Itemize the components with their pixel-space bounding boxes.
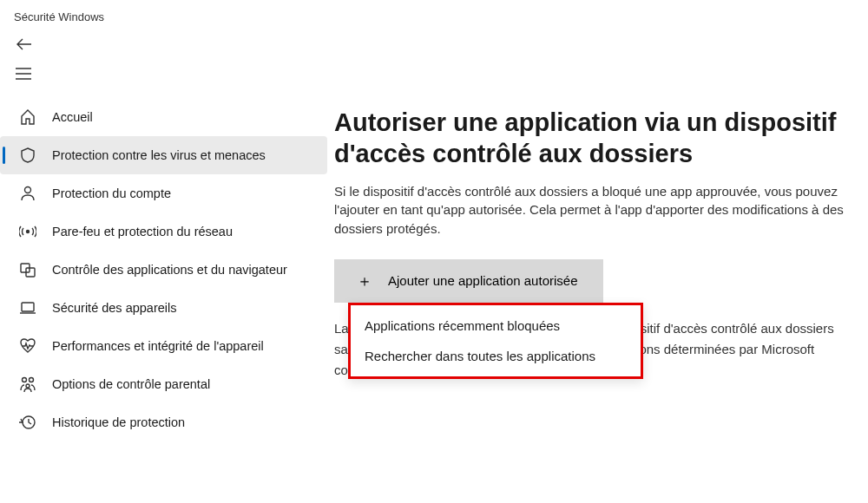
sidebar-item-firewall[interactable]: Pare-feu et protection du réseau: [0, 212, 327, 251]
sidebar-item-device-security[interactable]: Sécurité des appareils: [0, 289, 327, 327]
svg-point-6: [30, 378, 34, 382]
svg-rect-4: [22, 303, 34, 311]
laptop-icon: [19, 299, 36, 317]
heart-pulse-icon: [19, 337, 36, 355]
antenna-icon: [19, 223, 36, 240]
sidebar-item-protection-history[interactable]: Historique de protection: [0, 403, 327, 441]
page-description: Si le dispositif d'accès contrôlé aux do…: [334, 182, 844, 238]
sidebar-item-label: Accueil: [52, 109, 93, 126]
sidebar-item-family-options[interactable]: Options de contrôle parental: [0, 365, 327, 403]
back-button[interactable]: [0, 32, 35, 59]
sidebar-item-device-performance[interactable]: Performances et intégrité de l'appareil: [0, 327, 327, 365]
arrow-left-icon: [16, 37, 33, 51]
svg-point-5: [23, 378, 27, 382]
page-title: Autoriser une application via un disposi…: [334, 107, 844, 170]
sidebar-item-account-protection[interactable]: Protection du compte: [0, 174, 327, 212]
sidebar: Accueil Protection contre les virus et m…: [0, 91, 334, 503]
family-icon: [19, 376, 36, 393]
svg-point-0: [25, 187, 31, 193]
dropdown-recently-blocked[interactable]: Applications récemment bloquées: [351, 310, 641, 341]
sidebar-item-label: Pare-feu et protection du réseau: [52, 224, 233, 240]
sidebar-item-label: Options de contrôle parental: [52, 376, 210, 393]
sidebar-item-home[interactable]: Accueil: [0, 98, 327, 136]
app-control-icon: [19, 261, 36, 278]
add-app-dropdown: Applications récemment bloquées Recherch…: [348, 303, 643, 379]
hamburger-icon: [16, 68, 31, 80]
sidebar-item-label: Sécurité des appareils: [52, 300, 176, 317]
add-authorized-app-button[interactable]: ＋ Ajouter une application autorisée: [334, 259, 603, 303]
sidebar-item-label: Protection contre les virus et menaces: [52, 147, 266, 164]
add-button-label: Ajouter une application autorisée: [388, 273, 577, 288]
home-icon: [19, 108, 36, 126]
sidebar-item-label: Historique de protection: [52, 415, 185, 431]
sidebar-item-app-browser-control[interactable]: Contrôle des applications et du navigate…: [0, 251, 327, 289]
sidebar-item-virus-protection[interactable]: Protection contre les virus et menaces: [0, 136, 327, 174]
shield-icon: [19, 147, 36, 164]
hamburger-menu-button[interactable]: [0, 59, 35, 91]
svg-point-1: [27, 231, 30, 233]
plus-icon: ＋: [357, 273, 372, 289]
sidebar-item-label: Contrôle des applications et du navigate…: [52, 262, 287, 278]
sidebar-item-label: Performances et intégrité de l'appareil: [52, 338, 264, 355]
main-content: Autoriser une application via un disposi…: [334, 91, 868, 503]
history-icon: [19, 414, 36, 431]
person-icon: [19, 185, 36, 202]
dropdown-browse-all[interactable]: Rechercher dans toutes les applications: [351, 341, 641, 371]
app-title: Sécurité Windows: [0, 0, 868, 32]
sidebar-item-label: Protection du compte: [52, 186, 171, 202]
svg-point-7: [26, 384, 30, 388]
